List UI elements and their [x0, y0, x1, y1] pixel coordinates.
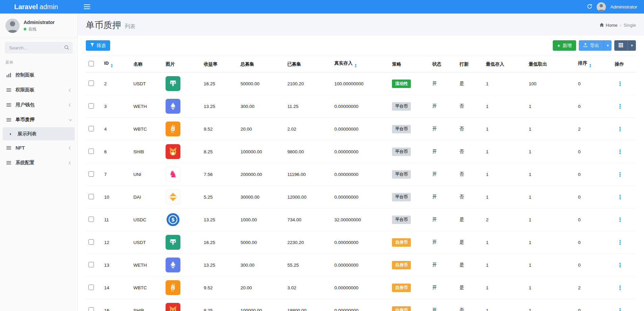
- strategy-badge: 平台币: [392, 125, 411, 133]
- search-input[interactable]: [5, 42, 73, 53]
- cell-new: 是: [457, 208, 483, 231]
- row-actions-button[interactable]: ⋮: [615, 80, 625, 88]
- row-checkbox[interactable]: [89, 103, 94, 109]
- strategy-badge: 平台币: [392, 193, 411, 201]
- cell-sort: 0: [575, 208, 612, 231]
- columns-button[interactable]: [614, 40, 627, 51]
- sidebar-item-nft[interactable]: NFT: [3, 140, 75, 155]
- cell-real: 100.00000000: [331, 72, 389, 95]
- cell-id: 14: [101, 276, 131, 299]
- cell-total: 300.00: [238, 254, 285, 276]
- add-button-label: 新增: [563, 43, 572, 49]
- usdt-coin-icon: [166, 76, 180, 91]
- row-checkbox[interactable]: [89, 307, 94, 311]
- user-avatar[interactable]: [5, 19, 20, 33]
- row-actions-button[interactable]: ⋮: [615, 103, 625, 110]
- filter-button[interactable]: 筛选: [86, 40, 110, 51]
- cell-rate: 7.56: [201, 163, 238, 186]
- sidebar-subitem-list[interactable]: ◐展示列表: [3, 127, 75, 140]
- cell-new: 否: [457, 299, 483, 311]
- sort-icon[interactable]: ▲▼: [354, 63, 357, 68]
- row-checkbox[interactable]: [89, 81, 94, 86]
- row-actions-button[interactable]: ⋮: [615, 307, 625, 311]
- row-actions-button[interactable]: ⋮: [615, 125, 625, 133]
- row-actions-button[interactable]: ⋮: [615, 261, 625, 269]
- add-button[interactable]: + 新增: [553, 40, 576, 51]
- column-header-min_in: 最低存入: [483, 56, 526, 72]
- row-actions-button[interactable]: ⋮: [615, 284, 625, 292]
- sidebar-item-wallet[interactable]: 用户钱包: [3, 97, 75, 112]
- cell-total: 20.00: [238, 276, 285, 299]
- filter-button-label: 筛选: [97, 43, 106, 49]
- column-header-real[interactable]: 真实存入▲▼: [331, 56, 389, 72]
- cell-new: 是: [457, 72, 483, 95]
- row-actions-button[interactable]: ⋮: [615, 148, 625, 156]
- row-checkbox[interactable]: [89, 262, 94, 267]
- chart-bar-icon: [6, 72, 12, 78]
- row-actions-button[interactable]: ⋮: [615, 193, 625, 201]
- select-all-checkbox[interactable]: [89, 61, 94, 66]
- caret-down-icon: ▾: [607, 44, 609, 47]
- row-checkbox[interactable]: [89, 239, 94, 245]
- navbar-avatar[interactable]: [597, 2, 606, 12]
- cell-sort: 0: [575, 95, 612, 118]
- row-checkbox[interactable]: [89, 217, 94, 222]
- navbar-username[interactable]: Administrator: [610, 4, 637, 9]
- cell-new: 是: [457, 276, 483, 299]
- breadcrumb-home[interactable]: Home: [599, 23, 618, 28]
- sort-icon[interactable]: ▲▼: [589, 63, 592, 68]
- brand-logo[interactable]: Laravel admin: [0, 0, 78, 14]
- breadcrumb: Home › Single: [599, 23, 636, 28]
- strategy-badge: 自身币: [392, 306, 411, 311]
- cell-real: 0.00000000: [331, 231, 389, 254]
- cell-min-out: 1: [526, 231, 575, 254]
- page-header: 单币质押 列表 Home › Single: [78, 14, 644, 36]
- export-icon: [583, 43, 588, 48]
- cell-id: 10: [101, 186, 131, 208]
- cell-status: 开: [429, 208, 456, 231]
- cell-min-in: 1: [483, 72, 526, 95]
- hamburger-menu-button[interactable]: [84, 4, 90, 9]
- row-actions-button[interactable]: ⋮: [615, 239, 625, 246]
- column-header-sort[interactable]: 排序▲▼: [575, 56, 612, 72]
- cell-raised: 55.25: [285, 254, 332, 276]
- cell-min-in: 1: [483, 276, 526, 299]
- row-actions-button[interactable]: ⋮: [615, 216, 625, 224]
- row-actions-button[interactable]: ⋮: [615, 171, 625, 178]
- sidebar-item-permissions[interactable]: 权限面板: [3, 83, 75, 97]
- column-header-id[interactable]: ID▲▼: [101, 56, 131, 72]
- cell-new: 否: [457, 186, 483, 208]
- usdt-coin-icon: [166, 235, 180, 250]
- refresh-button[interactable]: [587, 4, 592, 10]
- online-dot-icon: [24, 28, 26, 30]
- columns-caret-button[interactable]: ▾: [627, 40, 636, 51]
- online-status: 在线: [24, 26, 55, 32]
- list-icon: [6, 117, 12, 123]
- row-checkbox[interactable]: [89, 194, 94, 199]
- cell-total: 1000.00: [238, 208, 285, 231]
- breadcrumb-current: Single: [624, 23, 636, 28]
- export-button-group: 导出 ▾: [579, 40, 612, 51]
- cell-status: 开: [429, 118, 456, 140]
- export-caret-button[interactable]: ▾: [603, 40, 612, 51]
- row-checkbox[interactable]: [89, 285, 94, 290]
- column-header-raised: 已募集: [285, 56, 332, 72]
- row-checkbox[interactable]: [89, 149, 94, 154]
- table-header-row: ID▲▼名称图片收益率总募集已募集真实存入▲▼策略状态打新最低存入最低取出排序▲…: [86, 56, 636, 72]
- cell-name: UNI: [131, 163, 163, 186]
- sort-icon[interactable]: ▲▼: [110, 63, 113, 68]
- cell-name: WETH: [131, 254, 163, 276]
- sidebar-item-system[interactable]: 系统配置: [3, 155, 75, 170]
- cell-new: 是: [457, 231, 483, 254]
- main-content: 单币质押 列表 Home › Single 筛选 +: [78, 14, 644, 311]
- cell-status: 开: [429, 186, 456, 208]
- row-checkbox[interactable]: [89, 171, 94, 177]
- sidebar-item-dashboard[interactable]: 控制面板: [3, 68, 75, 83]
- sidebar-item-staking[interactable]: 单币质押: [3, 112, 75, 127]
- export-button[interactable]: 导出: [579, 40, 603, 51]
- cell-rate: 16.25: [201, 231, 238, 254]
- search-icon[interactable]: [64, 45, 69, 51]
- cell-new: 否: [457, 163, 483, 186]
- row-checkbox[interactable]: [89, 126, 94, 131]
- cell-raised: 2.02: [285, 118, 332, 140]
